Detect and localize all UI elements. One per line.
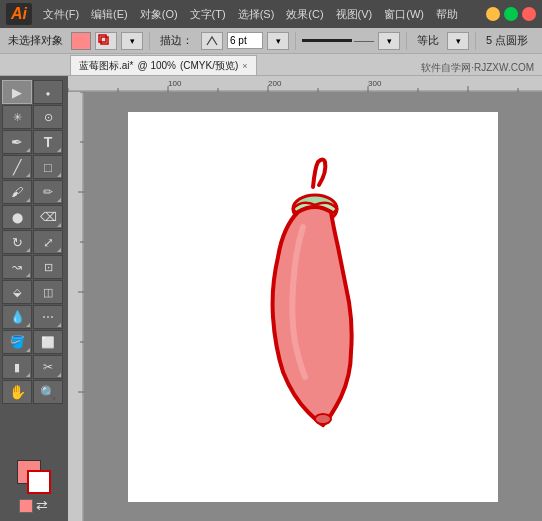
shape-builder-tool[interactable]: ⬙ bbox=[2, 280, 32, 304]
gradient-tool[interactable]: ◫ bbox=[33, 280, 63, 304]
fill-color-box[interactable] bbox=[71, 32, 91, 50]
blend-tool[interactable]: ⋯ bbox=[33, 305, 63, 329]
tool-row-10: 💧 ⋯ bbox=[2, 305, 66, 329]
tool-row-3: ✒ T bbox=[2, 130, 66, 154]
tool-row-4: ╱ □ bbox=[2, 155, 66, 179]
zoom-tool[interactable]: 🔍 bbox=[33, 380, 63, 404]
menu-window[interactable]: 窗口(W) bbox=[379, 5, 429, 24]
menu-effect[interactable]: 效果(C) bbox=[281, 5, 328, 24]
tool-row-8: ↝ ⊡ bbox=[2, 255, 66, 279]
tool-row-9: ⬙ ◫ bbox=[2, 280, 66, 304]
svg-text:300: 300 bbox=[368, 79, 382, 88]
free-transform-tool[interactable]: ⊡ bbox=[33, 255, 63, 279]
stroke-width-input[interactable] bbox=[227, 32, 263, 49]
menu-help[interactable]: 帮助 bbox=[431, 5, 463, 24]
bar-chart-tool[interactable]: ▮ bbox=[2, 355, 32, 379]
stroke-preview: —— bbox=[302, 35, 374, 46]
rectangle-tool[interactable]: □ bbox=[33, 155, 63, 179]
pen-tool[interactable]: ✒ bbox=[2, 130, 32, 154]
maximize-button[interactable] bbox=[504, 7, 518, 21]
menu-edit[interactable]: 编辑(E) bbox=[86, 5, 133, 24]
options-toolbar: 未选择对象 ▾ 描边： ▾ —— ▾ 等比 ▾ 5 点圆形 bbox=[0, 28, 542, 54]
tool-row-12: ▮ ✂ bbox=[2, 355, 66, 379]
close-button[interactable] bbox=[522, 7, 536, 21]
svg-rect-0 bbox=[99, 35, 106, 42]
stroke-label: 描边： bbox=[156, 33, 197, 48]
separator-1 bbox=[149, 32, 150, 50]
paintbrush-tool[interactable]: 🖌 bbox=[2, 180, 32, 204]
menu-type[interactable]: 文字(T) bbox=[185, 5, 231, 24]
title-bar: Ai 文件(F) 编辑(E) 对象(O) 文字(T) 选择(S) 效果(C) 视… bbox=[0, 0, 542, 28]
svg-text:100: 100 bbox=[168, 79, 182, 88]
color-area: ⇄ bbox=[2, 456, 66, 517]
stroke-swatch[interactable] bbox=[27, 470, 51, 494]
tab-close-button[interactable]: × bbox=[242, 61, 247, 71]
artboard-tool[interactable]: ⬜ bbox=[33, 330, 63, 354]
tool-row-7: ↻ ⤢ bbox=[2, 230, 66, 254]
tool-row-5: 🖌 ✏ bbox=[2, 180, 66, 204]
svg-text:200: 200 bbox=[268, 79, 282, 88]
tab-zoom: @ 100% bbox=[137, 60, 176, 71]
svg-rect-1 bbox=[101, 37, 108, 44]
tool-row-13: ✋ 🔍 bbox=[2, 380, 66, 404]
pencil-tool[interactable]: ✏ bbox=[33, 180, 63, 204]
watermark-text: 软件自学网·RJZXW.COM bbox=[421, 61, 534, 75]
tab-mode: (CMYK/预览) bbox=[180, 59, 238, 73]
tab-bar: 蓝莓图标.ai* @ 100% (CMYK/预览) × 软件自学网·RJZXW.… bbox=[0, 54, 542, 76]
select-tool[interactable]: ▶ bbox=[2, 80, 32, 104]
hand-tool[interactable]: ✋ bbox=[2, 380, 32, 404]
color-swatches bbox=[17, 460, 51, 494]
separator-4 bbox=[475, 32, 476, 50]
svg-point-25 bbox=[315, 414, 331, 424]
tab-filename: 蓝莓图标.ai* bbox=[79, 59, 133, 73]
separator-3 bbox=[406, 32, 407, 50]
app-logo: Ai bbox=[6, 3, 32, 25]
menu-bar: 文件(F) 编辑(E) 对象(O) 文字(T) 选择(S) 效果(C) 视图(V… bbox=[38, 5, 463, 24]
blob-brush-tool[interactable]: ⬤ bbox=[2, 205, 32, 229]
magic-wand-tool[interactable]: ✳ bbox=[2, 105, 32, 129]
canvas-content bbox=[84, 92, 542, 521]
slice-tool[interactable]: ✂ bbox=[33, 355, 63, 379]
window-controls bbox=[486, 7, 536, 21]
stroke-join[interactable] bbox=[201, 32, 223, 50]
minimize-button[interactable] bbox=[486, 7, 500, 21]
main-area: ▶ ⬥ ✳ ⊙ ✒ T ╱ □ 🖌 ✏ ⬤ ⌫ ↻ ⤢ bbox=[0, 76, 542, 521]
menu-file[interactable]: 文件(F) bbox=[38, 5, 84, 24]
chili-illustration bbox=[223, 157, 403, 457]
tool-row-2: ✳ ⊙ bbox=[2, 105, 66, 129]
stroke-unit-dropdown[interactable]: ▾ bbox=[267, 32, 289, 50]
stroke-selector[interactable] bbox=[95, 32, 117, 50]
artboard bbox=[128, 112, 498, 502]
line-tool[interactable]: ╱ bbox=[2, 155, 32, 179]
warp-tool[interactable]: ↝ bbox=[2, 255, 32, 279]
menu-select[interactable]: 选择(S) bbox=[233, 5, 280, 24]
stroke-line bbox=[302, 39, 352, 42]
stroke-style-dropdown[interactable]: ▾ bbox=[378, 32, 400, 50]
type-tool[interactable]: T bbox=[33, 130, 63, 154]
ratio-label: 等比 bbox=[413, 33, 443, 48]
ruler-top: 100 200 300 bbox=[68, 76, 542, 92]
eyedropper-tool[interactable]: 💧 bbox=[2, 305, 32, 329]
ratio-dropdown[interactable]: ▾ bbox=[447, 32, 469, 50]
tab-watermark: 软件自学网·RJZXW.COM bbox=[413, 61, 542, 75]
lasso-tool[interactable]: ⊙ bbox=[33, 105, 63, 129]
rotate-tool[interactable]: ↻ bbox=[2, 230, 32, 254]
menu-object[interactable]: 对象(O) bbox=[135, 5, 183, 24]
menu-view[interactable]: 视图(V) bbox=[331, 5, 378, 24]
tool-row-11: 🪣 ⬜ bbox=[2, 330, 66, 354]
live-paint-tool[interactable]: 🪣 bbox=[2, 330, 32, 354]
active-tab[interactable]: 蓝莓图标.ai* @ 100% (CMYK/预览) × bbox=[70, 55, 257, 75]
object-status-label: 未选择对象 bbox=[4, 33, 67, 48]
separator-2 bbox=[295, 32, 296, 50]
tool-row-1: ▶ ⬥ bbox=[2, 80, 66, 104]
stroke-dropdown[interactable]: ▾ bbox=[121, 32, 143, 50]
tool-row-6: ⬤ ⌫ bbox=[2, 205, 66, 229]
scale-tool[interactable]: ⤢ bbox=[33, 230, 63, 254]
direct-select-tool[interactable]: ⬥ bbox=[33, 80, 63, 104]
ruler-left bbox=[68, 92, 84, 521]
points-label: 5 点圆形 bbox=[482, 33, 532, 48]
eraser-tool[interactable]: ⌫ bbox=[33, 205, 63, 229]
swap-colors-icon[interactable]: ⇄ bbox=[35, 499, 49, 513]
fill-indicator[interactable] bbox=[19, 499, 33, 513]
canvas-area: 100 200 300 bbox=[68, 76, 542, 521]
